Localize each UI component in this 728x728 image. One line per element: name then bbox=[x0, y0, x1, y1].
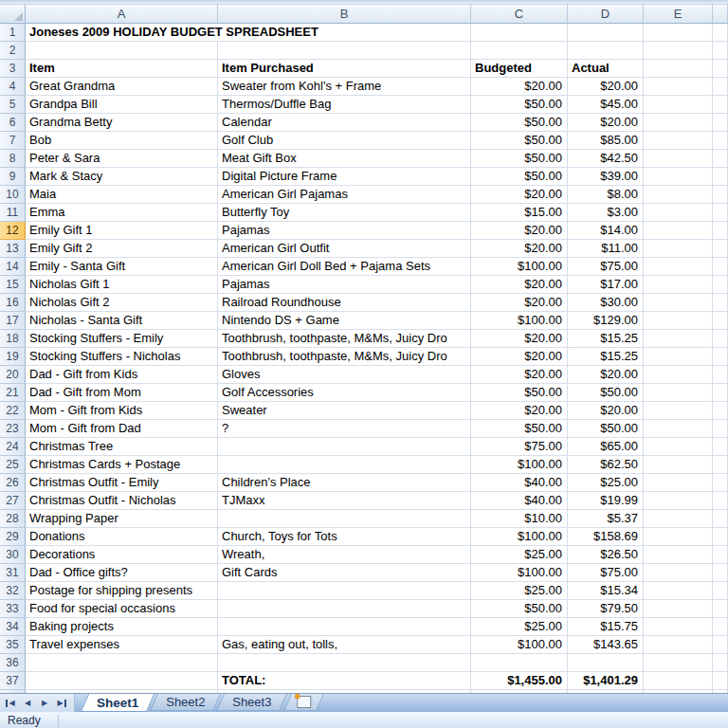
row-header-3[interactable]: 3 bbox=[0, 60, 26, 78]
cell-B33[interactable] bbox=[218, 600, 471, 618]
cell-F7[interactable] bbox=[713, 132, 728, 150]
cell-C7[interactable]: $50.00 bbox=[471, 132, 568, 150]
cell-C30[interactable]: $25.00 bbox=[471, 546, 568, 564]
cell-F36[interactable] bbox=[713, 654, 728, 672]
row-header-21[interactable]: 21 bbox=[0, 384, 26, 402]
cell-B8[interactable]: Meat Gift Box bbox=[218, 150, 471, 168]
cell-C1[interactable] bbox=[471, 24, 568, 42]
cell-D25[interactable]: $62.50 bbox=[568, 456, 644, 474]
cell-B29[interactable]: Church, Toys for Tots bbox=[218, 528, 471, 546]
cell-B25[interactable] bbox=[218, 456, 471, 474]
row-header-4[interactable]: 4 bbox=[0, 78, 26, 96]
cell-E25[interactable] bbox=[644, 456, 713, 474]
cell-D31[interactable]: $75.00 bbox=[568, 564, 644, 582]
cell-D32[interactable]: $15.34 bbox=[568, 582, 644, 600]
row-header-33[interactable]: 33 bbox=[0, 600, 26, 618]
cell-D36[interactable] bbox=[568, 654, 644, 672]
row-header-16[interactable]: 16 bbox=[0, 294, 26, 312]
row-header-12[interactable]: 12 bbox=[0, 222, 26, 240]
cell-D29[interactable]: $158.69 bbox=[568, 528, 644, 546]
cell-D14[interactable]: $75.00 bbox=[568, 258, 644, 276]
cell-D10[interactable]: $8.00 bbox=[568, 186, 644, 204]
cell-D24[interactable]: $65.00 bbox=[568, 438, 644, 456]
cell-A10[interactable]: Maia bbox=[26, 186, 218, 204]
cell-D16[interactable]: $30.00 bbox=[568, 294, 644, 312]
cell-C34[interactable]: $25.00 bbox=[471, 618, 568, 636]
cell-C36[interactable] bbox=[471, 654, 568, 672]
cell-E32[interactable] bbox=[644, 582, 713, 600]
cell-E9[interactable] bbox=[644, 168, 713, 186]
cell-E24[interactable] bbox=[644, 438, 713, 456]
cell-A12[interactable]: Emily Gift 1 bbox=[26, 222, 218, 240]
cell-A19[interactable]: Stocking Stuffers - Nicholas bbox=[26, 348, 218, 366]
cell-E37[interactable] bbox=[644, 672, 713, 690]
cell-F23[interactable] bbox=[713, 420, 728, 438]
cell-C24[interactable]: $75.00 bbox=[471, 438, 568, 456]
cell-A8[interactable]: Peter & Sara bbox=[26, 150, 218, 168]
row-header-11[interactable]: 11 bbox=[0, 204, 26, 222]
cell-D34[interactable]: $15.75 bbox=[568, 618, 644, 636]
cell-C15[interactable]: $20.00 bbox=[471, 276, 568, 294]
column-header-D[interactable]: D bbox=[568, 5, 644, 24]
cell-C18[interactable]: $20.00 bbox=[471, 330, 568, 348]
row-header-13[interactable]: 13 bbox=[0, 240, 26, 258]
cell-C26[interactable]: $40.00 bbox=[471, 474, 568, 492]
cell-B15[interactable]: Pajamas bbox=[218, 276, 471, 294]
cell-A24[interactable]: Christmas Tree bbox=[26, 438, 218, 456]
cell-C31[interactable]: $100.00 bbox=[471, 564, 568, 582]
cell-B37[interactable]: TOTAL: bbox=[218, 672, 471, 690]
cell-F8[interactable] bbox=[713, 150, 728, 168]
cell-D15[interactable]: $17.00 bbox=[568, 276, 644, 294]
cell-A26[interactable]: Christmas Outfit - Emily bbox=[26, 474, 218, 492]
previous-sheet-icon[interactable]: ◀ bbox=[19, 696, 36, 710]
cell-D27[interactable]: $19.99 bbox=[568, 492, 644, 510]
cell-D2[interactable] bbox=[568, 42, 644, 60]
cell-E20[interactable] bbox=[644, 366, 713, 384]
cell-A20[interactable]: Dad - Gift from Kids bbox=[26, 366, 218, 384]
cell-F33[interactable] bbox=[713, 600, 728, 618]
cell-F19[interactable] bbox=[713, 348, 728, 366]
cell-B12[interactable]: Pajamas bbox=[218, 222, 471, 240]
cell-A21[interactable]: Dad - Gift from Mom bbox=[26, 384, 218, 402]
cell-D4[interactable]: $20.00 bbox=[568, 78, 644, 96]
cell-F31[interactable] bbox=[713, 564, 728, 582]
row-header-24[interactable]: 24 bbox=[0, 438, 26, 456]
cell-C21[interactable]: $50.00 bbox=[471, 384, 568, 402]
cell-B24[interactable] bbox=[218, 438, 471, 456]
cell-F1[interactable] bbox=[713, 24, 728, 42]
cell-E12[interactable] bbox=[644, 222, 713, 240]
cell-A13[interactable]: Emily Gift 2 bbox=[26, 240, 218, 258]
cell-F16[interactable] bbox=[713, 294, 728, 312]
cell-F24[interactable] bbox=[713, 438, 728, 456]
cell-E14[interactable] bbox=[644, 258, 713, 276]
cell-D12[interactable]: $14.00 bbox=[568, 222, 644, 240]
cell-E35[interactable] bbox=[644, 636, 713, 654]
cell-F21[interactable] bbox=[713, 384, 728, 402]
cell-E3[interactable] bbox=[644, 60, 713, 78]
cell-D28[interactable]: $5.37 bbox=[568, 510, 644, 528]
cell-F30[interactable] bbox=[713, 546, 728, 564]
cell-F14[interactable] bbox=[713, 258, 728, 276]
row-header-29[interactable]: 29 bbox=[0, 528, 26, 546]
row-header-2[interactable]: 2 bbox=[0, 42, 26, 60]
cell-D17[interactable]: $129.00 bbox=[568, 312, 644, 330]
tab-sheet2[interactable]: Sheet2 bbox=[150, 694, 221, 711]
cell-B27[interactable]: TJMaxx bbox=[218, 492, 471, 510]
cell-E22[interactable] bbox=[644, 402, 713, 420]
row-header-37[interactable]: 37 bbox=[0, 672, 26, 690]
cell-C25[interactable]: $100.00 bbox=[471, 456, 568, 474]
cell-D30[interactable]: $26.50 bbox=[568, 546, 644, 564]
cell-E10[interactable] bbox=[644, 186, 713, 204]
cell-C3[interactable]: Budgeted bbox=[471, 60, 568, 78]
cell-F11[interactable] bbox=[713, 204, 728, 222]
cell-A32[interactable]: Postage for shipping presents bbox=[26, 582, 218, 600]
cell-F4[interactable] bbox=[713, 78, 728, 96]
cell-E8[interactable] bbox=[644, 150, 713, 168]
last-sheet-icon[interactable]: ▶ bbox=[53, 696, 70, 710]
cell-B3[interactable]: Item Purchased bbox=[218, 60, 471, 78]
cell-D6[interactable]: $20.00 bbox=[568, 114, 644, 132]
row-header-27[interactable]: 27 bbox=[0, 492, 26, 510]
cell-E36[interactable] bbox=[644, 654, 713, 672]
cell-F37[interactable] bbox=[713, 672, 728, 690]
cell-F6[interactable] bbox=[713, 114, 728, 132]
